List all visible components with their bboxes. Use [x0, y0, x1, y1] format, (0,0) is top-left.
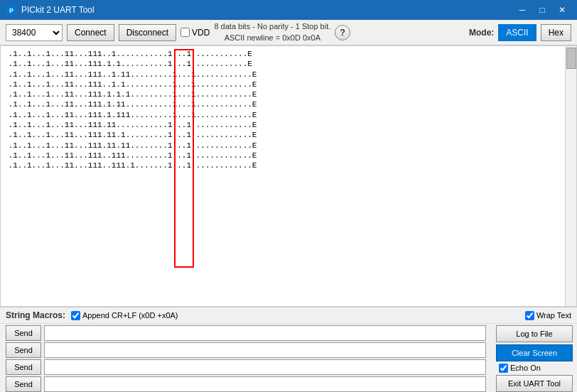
vdd-checkbox-container: VDD: [180, 28, 210, 38]
vertical-scrollbar[interactable]: [565, 46, 576, 306]
send-input-1[interactable]: [44, 325, 486, 341]
send-row: Send: [6, 325, 486, 341]
help-button[interactable]: ?: [335, 25, 350, 40]
send-button-4[interactable]: Send: [6, 376, 41, 392]
maximize-button[interactable]: □: [533, 3, 551, 17]
send-row: Send: [6, 342, 486, 358]
send-rows-container: SendSendSendSend Log to File Clear Scree…: [0, 324, 577, 392]
close-button[interactable]: ✕: [553, 3, 571, 17]
append-crlf-label: Append CR+LF (x0D +x0A): [82, 311, 178, 320]
svg-text:P: P: [9, 7, 14, 14]
bottom-top-bar: String Macros: Append CR+LF (x0D +x0A) W…: [0, 307, 577, 324]
minimize-button[interactable]: ─: [513, 3, 532, 17]
app-icon: P: [6, 4, 17, 16]
connect-button[interactable]: Connect: [67, 24, 114, 41]
mode-label: Mode:: [469, 28, 494, 38]
wrap-text-row: Wrap Text: [525, 311, 571, 320]
string-macros-label: String Macros:: [6, 310, 65, 320]
send-row: Send: [6, 359, 486, 375]
append-crlf-checkbox[interactable]: [71, 311, 80, 320]
send-button-1[interactable]: Send: [6, 325, 41, 341]
window-controls: ─ □ ✕: [513, 3, 571, 17]
echo-on-container: Echo On: [496, 364, 573, 373]
send-input-2[interactable]: [44, 342, 486, 358]
ascii-mode-button[interactable]: ASCII: [498, 24, 536, 41]
info-text: 8 data bits - No parity - 1 Stop bit. AS…: [214, 21, 330, 43]
vdd-label: VDD: [192, 28, 210, 38]
hex-mode-button[interactable]: Hex: [541, 24, 571, 41]
right-buttons-area: Log to File Clear Screen Echo On Exit UA…: [492, 324, 577, 392]
baud-rate-select[interactable]: 38400: [6, 24, 63, 41]
toolbar: 38400 Connect Disconnect VDD 8 data bits…: [0, 20, 577, 45]
exit-uart-tool-button[interactable]: Exit UART Tool: [496, 375, 573, 392]
wrap-text-checkbox[interactable]: [525, 311, 534, 320]
vdd-checkbox[interactable]: [180, 28, 190, 37]
terminal-output[interactable]: .1..1...1...11...111..1...........1...1.…: [1, 46, 565, 306]
send-input-4[interactable]: [44, 376, 486, 392]
clear-screen-button[interactable]: Clear Screen: [496, 344, 573, 361]
window-title: PICkit 2 UART Tool: [21, 5, 513, 15]
send-inputs-area: SendSendSendSend: [0, 324, 492, 392]
echo-on-checkbox[interactable]: [499, 364, 508, 373]
bottom-panel: String Macros: Append CR+LF (x0D +x0A) W…: [0, 307, 577, 392]
log-to-file-button[interactable]: Log to File: [496, 325, 573, 342]
wrap-text-container: Wrap Text: [525, 311, 571, 320]
echo-on-label: Echo On: [510, 364, 541, 372]
scrollbar-thumb[interactable]: [566, 48, 576, 69]
send-button-2[interactable]: Send: [6, 342, 41, 358]
info-line1: 8 data bits - No parity - 1 Stop bit.: [214, 21, 330, 32]
send-input-3[interactable]: [44, 359, 486, 375]
disconnect-button[interactable]: Disconnect: [119, 24, 176, 41]
send-row: Send: [6, 376, 486, 392]
terminal-area: .1..1...1...11...111..1...........1...1.…: [0, 45, 577, 307]
send-button-3[interactable]: Send: [6, 359, 41, 375]
info-line2: ASCII newline = 0x0D 0x0A: [214, 33, 330, 43]
append-crlf-container: Append CR+LF (x0D +x0A): [71, 311, 178, 320]
title-bar: P PICkit 2 UART Tool ─ □ ✕: [0, 0, 577, 20]
wrap-text-label: Wrap Text: [536, 311, 571, 320]
